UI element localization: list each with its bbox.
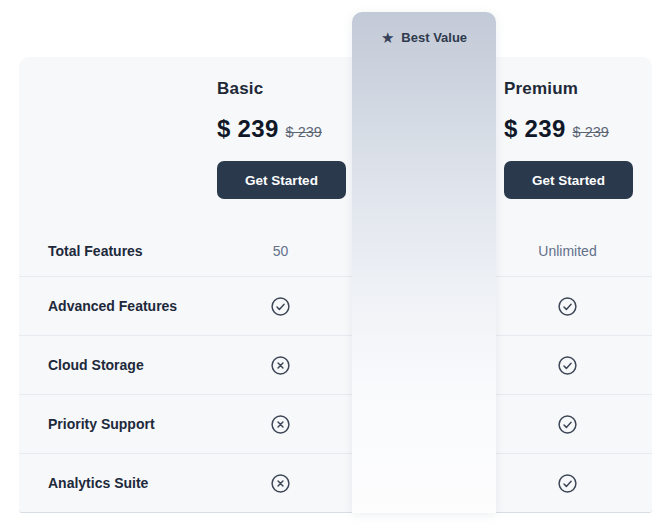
star-icon: ★ [381,30,394,45]
feature-row-priority-support: Priority Support [19,394,652,453]
check-icon [209,277,352,335]
best-value-badge: ★ Best Value [352,27,496,47]
plan-old-price-basic: $ 239 [286,124,322,140]
cross-icon [209,395,352,453]
feature-label: Advanced Features [19,277,209,335]
plan-column-basic: Basic $ 239 $ 239 Get Started [209,57,352,199]
standard-column-highlight: ★ Best Value [352,12,496,513]
plans-header-row: Basic $ 239 $ 239 Get Started Standard $… [19,57,652,225]
best-value-label: Best Value [401,30,467,45]
check-icon [496,336,639,394]
get-started-button-basic[interactable]: Get Started [217,161,346,199]
plan-name-premium: Premium [504,79,578,99]
check-icon [496,454,639,512]
feature-row-cloud-storage: Cloud Storage [19,335,652,394]
check-icon [496,395,639,453]
feature-value-basic: 50 [209,225,352,276]
feature-row-advanced-features: Advanced Features [19,276,652,335]
price-line-basic: $ 239 $ 239 [217,115,322,143]
plan-price-basic: $ 239 [217,115,279,143]
feature-row-total-features: Total Features 50 100 Unlimited [19,225,652,276]
price-line-premium: $ 239 $ 239 [504,115,609,143]
pricing-table: ★ Best Value Basic $ 239 $ 239 Get Start… [0,0,664,531]
get-started-button-premium[interactable]: Get Started [504,161,633,199]
plan-name-basic: Basic [217,79,263,99]
cross-icon [209,454,352,512]
plan-old-price-premium: $ 239 [573,124,609,140]
plan-column-premium: Premium $ 239 $ 239 Get Started [496,57,639,199]
feature-value-premium: Unlimited [496,225,639,276]
check-icon [496,277,639,335]
cross-icon [209,336,352,394]
feature-label: Cloud Storage [19,336,209,394]
feature-label: Analytics Suite [19,454,209,512]
feature-row-analytics-suite: Analytics Suite [19,453,652,512]
plan-price-premium: $ 239 [504,115,566,143]
feature-label: Priority Support [19,395,209,453]
pricing-card: Basic $ 239 $ 239 Get Started Standard $… [19,57,652,513]
feature-label: Total Features [19,225,209,276]
